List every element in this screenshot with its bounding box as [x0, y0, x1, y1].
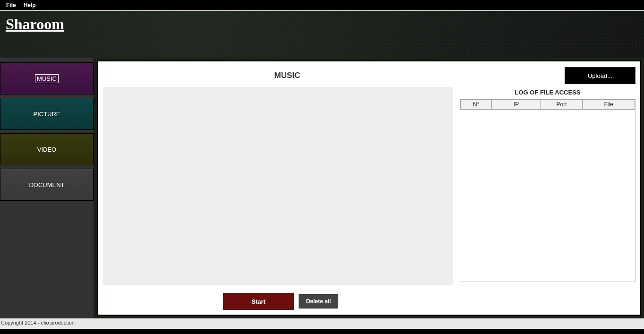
- delete-all-button[interactable]: Delete all: [299, 294, 338, 308]
- top-row: MUSIC Upload...: [103, 66, 635, 85]
- main-wrap: MUSIC PICTURE VIDEO DOCUMENT MUSIC Uploa…: [0, 58, 644, 318]
- menu-help[interactable]: Help: [20, 2, 40, 9]
- log-col-file[interactable]: File: [583, 100, 635, 110]
- sidebar-item-label: PICTURE: [33, 111, 60, 118]
- bottom-row: Start Delete all: [103, 293, 635, 310]
- menu-file[interactable]: File: [2, 2, 20, 9]
- taskbar: [0, 329, 644, 334]
- upload-button[interactable]: Upload...: [565, 67, 635, 84]
- footer: Copyright 2014 - elio production: [0, 318, 644, 329]
- sidebar-item-document[interactable]: DOCUMENT: [0, 169, 94, 201]
- log-col-ip[interactable]: IP: [492, 100, 541, 110]
- content-title: MUSIC: [103, 71, 453, 80]
- log-title: LOG OF FILE ACCESS: [460, 87, 635, 99]
- sidebar-item-label: DOCUMENT: [29, 181, 64, 188]
- app-title: Sharoom: [6, 16, 64, 33]
- sidebar-item-label: MUSIC: [35, 74, 59, 83]
- middle-row: LOG OF FILE ACCESS N° IP Port File: [103, 87, 635, 285]
- log-col-number[interactable]: N°: [461, 100, 492, 110]
- copyright-text: Copyright 2014 - elio production: [1, 320, 75, 325]
- log-col-port[interactable]: Port: [541, 100, 583, 110]
- log-table: N° IP Port File: [460, 99, 635, 110]
- log-panel: LOG OF FILE ACCESS N° IP Port File: [460, 87, 635, 285]
- sidebar-item-label: VIDEO: [37, 146, 56, 153]
- sidebar: MUSIC PICTURE VIDEO DOCUMENT: [0, 58, 94, 318]
- log-table-wrap: N° IP Port File: [460, 99, 635, 282]
- sidebar-item-music[interactable]: MUSIC: [0, 62, 94, 94]
- banner: Sharoom: [0, 10, 644, 58]
- sidebar-item-picture[interactable]: PICTURE: [0, 98, 94, 130]
- content-panel: MUSIC Upload... LOG OF FILE ACCESS N° IP: [97, 60, 641, 316]
- file-list-area[interactable]: [103, 87, 453, 285]
- sidebar-item-video[interactable]: VIDEO: [0, 133, 94, 165]
- start-button[interactable]: Start: [223, 293, 294, 310]
- content-area: MUSIC Upload... LOG OF FILE ACCESS N° IP: [94, 58, 644, 318]
- menubar: File Help: [0, 0, 644, 10]
